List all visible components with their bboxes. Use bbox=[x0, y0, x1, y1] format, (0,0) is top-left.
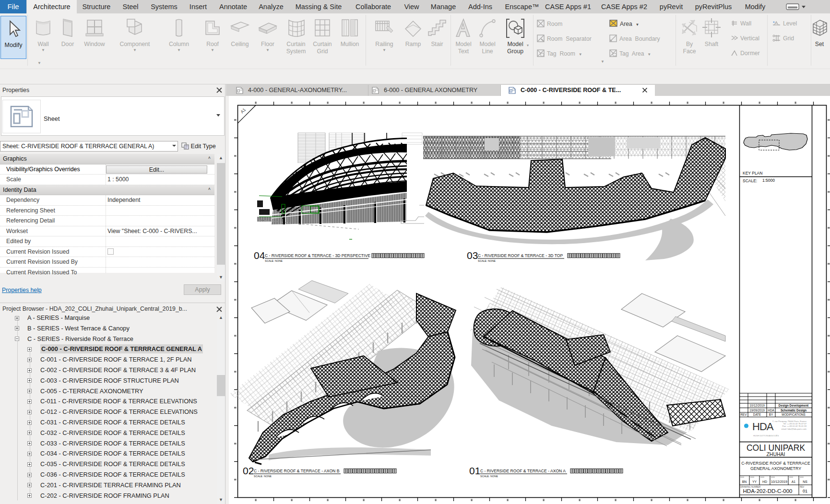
svg-text:01: 01 bbox=[803, 489, 807, 493]
svg-text:YY: YY bbox=[752, 480, 757, 483]
svg-text:C - RIVERSIDE ROOF & TERRACE -: C - RIVERSIDE ROOF & TERRACE - AXON B bbox=[254, 469, 340, 473]
svg-text:1:5000: 1:5000 bbox=[762, 178, 775, 183]
svg-text:C-RIVERSIDE ROOF & TERRRACE: C-RIVERSIDE ROOF & TERRRACE bbox=[741, 461, 810, 466]
svg-text:NS: NS bbox=[803, 480, 807, 483]
svg-text:REV: REV bbox=[741, 413, 747, 416]
svg-text:01: 01 bbox=[469, 465, 480, 476]
svg-text:email: hda@hda-paris.com: email: hda@hda-paris.com bbox=[781, 428, 806, 430]
svg-text:HDA: HDA bbox=[752, 421, 774, 433]
svg-text:10/12/2019: 10/12/2019 bbox=[749, 404, 765, 407]
svg-text:SCALE: NONE: SCALE: NONE bbox=[265, 259, 283, 262]
svg-text:ZHUHAI: ZHUHAI bbox=[766, 451, 785, 457]
svg-text:DRAWING NUMBER: DRAWING NUMBER bbox=[740, 486, 761, 488]
svg-text:HD: HD bbox=[762, 480, 767, 483]
svg-text:SCALE:: SCALE: bbox=[743, 178, 757, 183]
svg-text:04: 04 bbox=[254, 250, 265, 261]
svg-text:C - RIVERSIDE ROOF & TERRACE -: C - RIVERSIDE ROOF & TERRACE - 3D PERSPE… bbox=[265, 253, 370, 258]
svg-text:03: 03 bbox=[467, 250, 478, 261]
svg-text:DATE: DATE bbox=[753, 413, 761, 416]
svg-text:SCALE: NONE: SCALE: NONE bbox=[480, 475, 498, 478]
svg-text:HUGH DUTTON ASSOCIÉS: HUGH DUTTON ASSOCIÉS bbox=[753, 434, 779, 437]
svg-text:MODIFICATIONS: MODIFICATIONS bbox=[782, 413, 806, 416]
svg-text:GENERAL AXONOMETRY: GENERAL AXONOMETRY bbox=[750, 466, 801, 471]
svg-text:SCALE: NONE: SCALE: NONE bbox=[254, 475, 272, 478]
svg-text:BN: BN bbox=[742, 480, 747, 483]
svg-text:HDA-202-DD-C-000: HDA-202-DD-C-000 bbox=[743, 488, 793, 494]
svg-text:C - RIVERSIDE ROOF & TERRACE -: C - RIVERSIDE ROOF & TERRACE - AXON A bbox=[480, 469, 566, 473]
svg-text:A1: A1 bbox=[792, 480, 796, 483]
svg-text:10/12/2019: 10/12/2019 bbox=[771, 480, 787, 483]
svg-text:REV: REV bbox=[800, 486, 804, 488]
svg-text:C - RIVERSIDE ROOF & TERRACE -: C - RIVERSIDE ROOF & TERRACE - 3D TOP bbox=[478, 253, 563, 258]
svg-text:Schematic Design: Schematic Design bbox=[781, 409, 806, 412]
svg-text:SCALE: NONE: SCALE: NONE bbox=[478, 259, 496, 262]
svg-text:BY: BY bbox=[769, 413, 773, 416]
svg-text:HDA: HDA bbox=[768, 409, 774, 412]
svg-text:KEY PLAN: KEY PLAN bbox=[743, 171, 762, 176]
svg-text:19/09/2019: 19/09/2019 bbox=[749, 409, 765, 412]
svg-text:02: 02 bbox=[243, 465, 254, 476]
svg-text:Design Development: Design Development bbox=[779, 404, 809, 408]
